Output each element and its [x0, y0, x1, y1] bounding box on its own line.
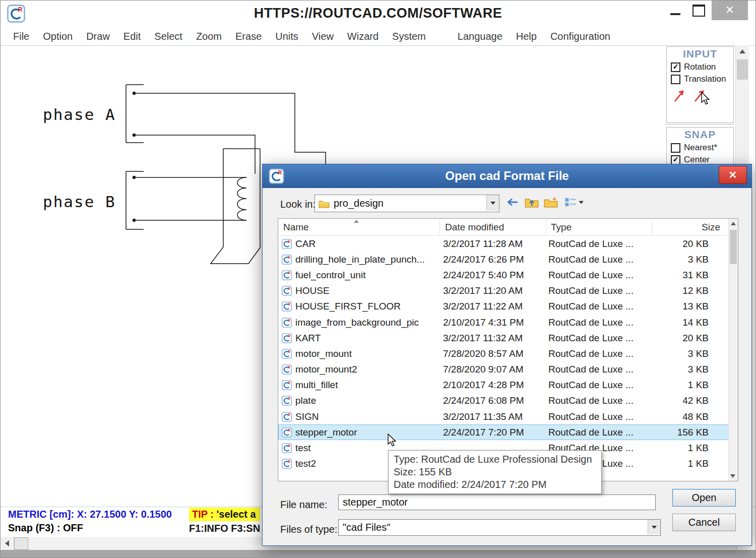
dialog-close-button[interactable]: ✕: [719, 166, 747, 184]
files-of-type-caret-button[interactable]: [648, 520, 660, 534]
center-checkbox-row[interactable]: ✓ Center: [667, 153, 733, 165]
rotate-tool-icon[interactable]: [673, 88, 686, 103]
dialog-title: Open cad Format File: [263, 169, 751, 183]
center-checkbox[interactable]: ✓: [671, 155, 680, 165]
file-row[interactable]: image_from_background_pic2/10/2017 4:31 …: [278, 315, 729, 330]
routcad-file-icon: [282, 286, 292, 296]
look-in-dropdown[interactable]: pro_design: [314, 195, 499, 212]
column-header-name[interactable]: Name: [278, 219, 440, 235]
folder-icon: [319, 199, 330, 208]
file-row[interactable]: motor_mount7/28/2020 8:57 AMRoutCad de L…: [278, 346, 729, 361]
files-of-type-label: Files of type:: [280, 524, 337, 535]
sort-ascending-icon: [354, 220, 359, 223]
window-bottom-edge: [0, 550, 756, 558]
menu-view[interactable]: View: [312, 31, 334, 42]
scroll-left-button[interactable]: [1, 537, 14, 549]
look-in-value: pro_design: [334, 198, 384, 209]
function-key-hints: F1:INFO F3:SN: [189, 523, 260, 534]
tooltip-type: Type: RoutCad de Luxe Professional Desig…: [394, 453, 596, 466]
routcad-file-icon: [282, 427, 292, 438]
title-bar: HTTPS://ROUTCAD.COM/SOFTWARE ✕: [0, 0, 756, 28]
menu-bar: File Option Draw Edit Select Zoom Erase …: [0, 28, 756, 45]
rotate-tool-alt-icon[interactable]: [693, 88, 706, 103]
vertical-scroll-thumb[interactable]: [737, 59, 748, 80]
translation-checkbox-row[interactable]: Translation: [667, 72, 733, 84]
file-row[interactable]: HOUSE3/2/2017 11:20 AMRoutCad de Luxe ..…: [278, 283, 729, 299]
file-name-label: File name:: [280, 499, 327, 511]
routcad-file-icon: [282, 301, 292, 312]
routcad-file-icon: [282, 270, 292, 280]
rotation-checkbox[interactable]: ✓: [671, 63, 680, 72]
menu-wizard[interactable]: Wizard: [347, 31, 379, 42]
cancel-button[interactable]: Cancel: [672, 514, 736, 531]
rotation-label: Rotation: [684, 62, 716, 72]
files-of-type-dropdown[interactable]: "cad Files": [338, 519, 661, 536]
translation-checkbox[interactable]: [671, 75, 680, 84]
file-row[interactable]: HOUSE_FIRST_FLOOR3/2/2017 11:22 AMRoutCa…: [278, 299, 729, 315]
file-row[interactable]: fuel_control_unit2/24/2017 5:40 PMRoutCa…: [278, 267, 729, 283]
tip-text: 'select a: [214, 509, 256, 520]
window-close-button[interactable]: ✕: [712, 0, 748, 20]
back-button-icon[interactable]: [506, 196, 520, 209]
new-folder-icon[interactable]: [544, 196, 558, 209]
center-label: Center: [684, 155, 710, 165]
look-in-caret-button[interactable]: [486, 195, 499, 211]
files-of-type-value: "cad Files": [343, 522, 390, 533]
file-row[interactable]: drilling_hole_in_plate_punch...2/24/2017…: [278, 252, 729, 267]
panel-separator: [665, 124, 734, 125]
phase-b-label: phase B: [43, 193, 116, 211]
file-row[interactable]: motor_mount27/28/2020 9:07 AMRoutCad de …: [278, 362, 729, 378]
chevron-down-icon: [652, 526, 657, 529]
view-menu-icon[interactable]: [564, 196, 584, 209]
column-header-size[interactable]: Size: [652, 219, 729, 235]
file-row[interactable]: plate2/24/2017 6:08 PMRoutCad de Luxe ..…: [278, 393, 729, 409]
tooltip-date: Date modified: 2/24/2017 7:20 PM: [394, 478, 596, 491]
open-button[interactable]: Open: [672, 489, 736, 507]
scroll-up-icon[interactable]: [739, 49, 745, 53]
routcad-file-icon: [282, 443, 292, 453]
nearest-checkbox-row[interactable]: Nearest*: [667, 141, 733, 153]
look-in-label: Look in:: [280, 199, 316, 210]
menu-file[interactable]: File: [13, 31, 29, 42]
file-row[interactable]: SIGN3/2/2017 11:35 AMRoutCad de Luxe ...…: [278, 409, 729, 424]
routcad-file-icon: [282, 318, 292, 328]
file-row-selected[interactable]: stepper_motor2/24/2017 7:20 PMRoutCad de…: [278, 424, 729, 440]
menu-edit[interactable]: Edit: [123, 31, 141, 42]
menu-zoom[interactable]: Zoom: [196, 31, 222, 42]
list-scroll-up-icon[interactable]: [731, 222, 736, 225]
list-scroll-thumb[interactable]: [730, 230, 737, 264]
list-scroll-down-icon[interactable]: [730, 474, 735, 478]
file-info-tooltip: Type: RoutCad de Luxe Professional Desig…: [388, 450, 602, 494]
rotation-checkbox-row[interactable]: ✓ Rotation: [667, 60, 733, 72]
menu-configuration[interactable]: Configuration: [550, 31, 610, 42]
maximize-button[interactable]: [692, 5, 705, 17]
column-header-date[interactable]: Date modified: [440, 219, 546, 235]
menu-erase[interactable]: Erase: [235, 31, 262, 42]
menu-units[interactable]: Units: [275, 31, 298, 42]
menu-select[interactable]: Select: [154, 31, 182, 42]
routcad-file-icon: [282, 364, 292, 375]
up-one-level-icon[interactable]: [525, 196, 539, 209]
menu-help[interactable]: Help: [516, 31, 537, 42]
routcad-file-icon: [282, 459, 292, 469]
dialog-title-bar[interactable]: Open cad Format File ✕: [263, 164, 751, 188]
menu-system[interactable]: System: [392, 31, 426, 42]
file-row[interactable]: multi_fillet2/10/2017 4:28 PMRoutCad de …: [278, 378, 729, 393]
column-header-type[interactable]: Type: [546, 219, 652, 235]
file-name-input[interactable]: [338, 494, 656, 510]
file-row[interactable]: KART3/2/2017 11:32 AMRoutCad de Luxe ...…: [278, 330, 729, 346]
file-list-header: Name Date modified Type Size: [278, 219, 738, 236]
routcad-file-icon: [282, 255, 292, 265]
nearest-checkbox[interactable]: [671, 143, 680, 153]
file-list-scrollbar[interactable]: [728, 219, 738, 481]
horizontal-scroll-thumb[interactable]: [14, 537, 28, 550]
tip-label: TIP :: [192, 509, 214, 520]
input-panel: INPUT ✓ Rotation Translation: [666, 46, 734, 123]
routcad-file-icon: [282, 349, 292, 359]
menu-draw[interactable]: Draw: [86, 31, 110, 42]
menu-language[interactable]: Language: [458, 31, 502, 42]
menu-option[interactable]: Option: [43, 31, 73, 42]
window-title: HTTPS://ROUTCAD.COM/SOFTWARE: [0, 6, 756, 21]
file-row[interactable]: CAR3/2/2017 11:28 AMRoutCad de Luxe ...2…: [278, 236, 729, 252]
minimize-button[interactable]: [670, 13, 680, 15]
